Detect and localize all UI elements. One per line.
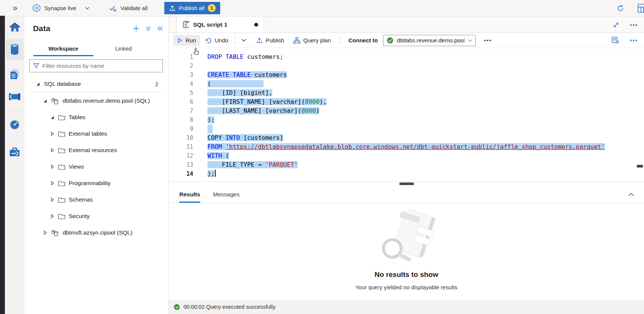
panel-title: Data (33, 24, 50, 33)
toolbar-separator (235, 36, 235, 45)
publish-button[interactable]: Publish (252, 35, 288, 46)
tree-item[interactable]: Programmability (24, 175, 168, 191)
line-number: 3 (169, 70, 193, 79)
scrollbar-thumb[interactable] (637, 165, 643, 167)
pipeline-icon (9, 93, 21, 101)
editor-toolbar: Run Undo Publish Query plan Connect to (169, 33, 644, 48)
document-tabbar: SQL script 1 ••• (169, 16, 644, 33)
caret-expanded-icon[interactable] (50, 115, 55, 120)
selection-highlight: ); (207, 170, 215, 177)
results-splitter (169, 181, 644, 186)
validate-all-button[interactable]: Validate all (109, 5, 147, 12)
tree-item-label: Tables (69, 114, 86, 121)
tab-more-actions-icon[interactable]: ••• (630, 24, 638, 27)
tab-linked[interactable]: Linked (93, 40, 153, 56)
database-icon (10, 44, 20, 55)
folder-icon (58, 164, 65, 170)
sql-code-editor[interactable]: 1DROP TABLE customers;23CREATE·TABLE·cus… (169, 48, 644, 181)
tree-item[interactable]: Tables (24, 109, 168, 126)
caret-collapsed-icon[interactable] (50, 148, 55, 153)
caret-collapsed-icon[interactable] (50, 164, 55, 169)
caret-collapsed-icon[interactable] (50, 214, 55, 218)
code-line: 4( (169, 79, 644, 88)
caret-collapsed-icon[interactable] (50, 197, 55, 202)
add-resource-button[interactable] (133, 25, 140, 32)
nav-manage-button[interactable] (6, 142, 23, 163)
run-options-chevron-icon[interactable] (238, 36, 249, 44)
run-button[interactable]: Run (173, 35, 200, 46)
collapse-results-icon[interactable] (628, 193, 644, 196)
mode-selector[interactable]: Synapse live (32, 4, 90, 12)
undo-icon (205, 37, 212, 43)
folder-icon (58, 148, 65, 153)
connect-more-icon[interactable]: ••• (484, 39, 492, 42)
code-line: 5····[ID]·[bigint], (169, 88, 644, 97)
tree-item-label: Programmability (69, 180, 111, 187)
expand-editor-icon[interactable] (613, 22, 619, 28)
folder-icon (58, 115, 65, 120)
nav-develop-button[interactable] (6, 64, 23, 85)
connect-to-dropdown[interactable]: dbtlabs.revenue.demo.pool (383, 35, 476, 46)
tree-item[interactable]: Security (24, 208, 168, 224)
line-number: 11 (169, 142, 193, 151)
selection-highlight: COPY·INTO·[customers] (207, 134, 283, 141)
toolbar-more-icon[interactable]: ••• (630, 39, 638, 42)
tree-item[interactable]: External resources (24, 142, 168, 158)
line-number: 1 (169, 52, 193, 61)
nav-monitor-button[interactable] (6, 114, 23, 135)
query-plan-icon (293, 37, 300, 44)
tab-messages[interactable]: Messages (213, 186, 240, 203)
selection-highlight: WITH·( (207, 152, 229, 159)
tree-item[interactable]: dbtlabs.revenue.demo.pool (SQL) (24, 93, 168, 109)
splitter-handle[interactable] (399, 182, 414, 185)
nav-home-button[interactable] (6, 16, 23, 37)
tree-item[interactable]: Views (24, 158, 168, 175)
main-editor-area: SQL script 1 ••• Run Undo (169, 16, 644, 314)
nav-data-button[interactable] (6, 39, 23, 60)
tree-item[interactable]: External tables (24, 126, 168, 142)
undo-button[interactable]: Undo (201, 35, 232, 46)
nav-integrate-button[interactable] (6, 86, 23, 107)
refresh-icon[interactable] (617, 4, 624, 12)
line-number: 13 (169, 160, 193, 169)
left-edge-strip (0, 16, 5, 314)
caret-collapsed-icon[interactable] (50, 132, 55, 136)
filter-input[interactable] (42, 63, 159, 69)
tree-item[interactable]: SQL database2 (24, 76, 168, 92)
folder-icon (58, 181, 65, 186)
code-line: 10COPY·INTO·[customers] (169, 133, 644, 142)
line-number: 7 (169, 106, 193, 115)
tree-item[interactable]: Schemas (24, 191, 168, 208)
table-tools-icon[interactable] (638, 4, 644, 13)
code-line: 9 (169, 124, 644, 133)
code-line: 13····FILE_TYPE·=·'PARQUET' (169, 160, 644, 169)
navigation-rail (5, 16, 24, 314)
database-icon (51, 97, 59, 105)
tab-workspace[interactable]: Workspace (33, 40, 93, 56)
publish-all-button[interactable]: Publish all 1 (164, 2, 220, 14)
tree-item-label: External resources (69, 147, 117, 154)
selection-highlight: ); (207, 116, 215, 123)
line-number: 2 (169, 61, 193, 70)
query-plan-button[interactable]: Query plan (290, 35, 335, 46)
selection-highlight: ····[FIRST_NAME]·[varchar](8000), (207, 98, 327, 105)
caret-expanded-icon[interactable] (43, 99, 48, 103)
properties-icon[interactable] (612, 37, 619, 44)
tab-results[interactable]: Results (179, 186, 200, 203)
selection-highlight: ( (207, 80, 264, 87)
tree-item[interactable]: dbtmsft.azsyn.cipool (SQL) (24, 224, 168, 241)
top-command-bar: » Synapse live Validate all Publish all … (0, 0, 644, 16)
collapse-all-icon[interactable] (146, 26, 151, 31)
caret-expanded-icon[interactable] (36, 82, 41, 86)
panel-tabs: Workspace Linked (24, 40, 168, 56)
line-number: 10 (169, 133, 193, 142)
caret-collapsed-icon[interactable] (50, 181, 55, 185)
collapse-panel-icon[interactable] (157, 26, 163, 31)
selection-highlight: ····FILE_TYPE·=·'PARQUET' (207, 161, 298, 168)
tab-sql-script[interactable]: SQL script 1 (176, 16, 264, 33)
connected-check-icon (387, 37, 393, 44)
expand-menu-icon[interactable]: » (13, 4, 17, 12)
tree-item-label: Schemas (69, 196, 93, 203)
upload-icon (169, 5, 176, 11)
caret-collapsed-icon[interactable] (43, 230, 48, 235)
